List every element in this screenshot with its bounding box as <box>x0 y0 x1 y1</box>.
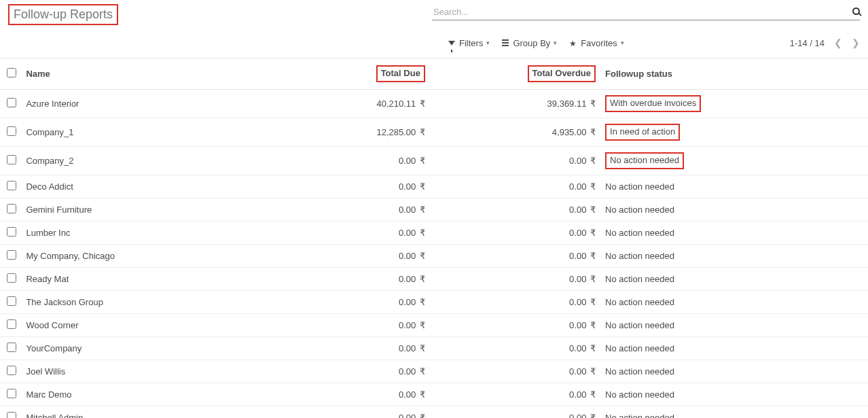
row-checkbox[interactable] <box>7 412 16 418</box>
table-row[interactable]: Deco Addict0.00 ₹0.00 ₹No action needed <box>0 175 868 198</box>
column-header-status[interactable]: Followup status <box>600 58 868 90</box>
funnel-icon <box>448 41 455 46</box>
cell-status: No action needed <box>600 406 868 418</box>
row-checkbox[interactable] <box>7 296 16 306</box>
cell-total-overdue: 0.00 ₹ <box>429 406 600 418</box>
row-checkbox[interactable] <box>7 181 16 190</box>
row-checkbox[interactable] <box>7 343 16 352</box>
cell-total-due: 0.00 ₹ <box>298 146 429 175</box>
cell-status: No action needed <box>600 360 868 383</box>
pager-next-button[interactable]: ❯ <box>852 37 860 48</box>
cell-total-overdue: 0.00 ₹ <box>429 175 600 198</box>
cell-status: No action needed <box>600 244 868 267</box>
column-header-total-overdue[interactable]: Total Overdue <box>429 58 600 90</box>
cell-total-due: 0.00 ₹ <box>298 244 429 267</box>
row-checkbox[interactable] <box>7 250 16 260</box>
pager-text: 1-14 / 14 <box>790 38 825 48</box>
cell-total-overdue: 0.00 ₹ <box>429 198 600 221</box>
cell-total-overdue: 0.00 ₹ <box>429 146 600 175</box>
followup-table: Name Total Due Total Overdue Followup st… <box>0 58 868 418</box>
cell-name: My Company, Chicago <box>23 244 298 267</box>
filters-button[interactable]: Filters ▾ <box>448 38 490 48</box>
row-checkbox[interactable] <box>7 126 16 136</box>
table-row[interactable]: My Company, Chicago0.00 ₹0.00 ₹No action… <box>0 244 868 267</box>
row-checkbox[interactable] <box>7 204 16 213</box>
row-checkbox[interactable] <box>7 273 16 283</box>
cell-name: The Jackson Group <box>23 290 298 313</box>
cell-total-due: 0.00 ₹ <box>298 198 429 221</box>
cell-status: No action needed <box>600 336 868 360</box>
cell-name: Lumber Inc <box>23 221 298 244</box>
cell-name: Deco Addict <box>23 175 298 198</box>
table-row[interactable]: Wood Corner0.00 ₹0.00 ₹No action needed <box>0 313 868 336</box>
cell-total-overdue: 0.00 ₹ <box>429 360 600 383</box>
cell-name: Gemini Furniture <box>23 198 298 221</box>
column-header-name[interactable]: Name <box>23 58 298 90</box>
cell-name: Mitchell Admin <box>23 406 298 418</box>
cell-status: No action needed <box>600 383 868 406</box>
cell-total-overdue: 0.00 ₹ <box>429 290 600 313</box>
table-row[interactable]: YourCompany0.00 ₹0.00 ₹No action needed <box>0 336 868 360</box>
search-icon[interactable] <box>852 5 860 17</box>
groupby-label: Group By <box>513 38 550 48</box>
chevron-down-icon: ▾ <box>554 39 557 46</box>
select-all-checkbox[interactable] <box>7 68 16 77</box>
cell-total-due: 40,210.11 ₹ <box>298 89 429 118</box>
table-row[interactable]: Mitchell Admin0.00 ₹0.00 ₹No action need… <box>0 406 868 418</box>
table-row[interactable]: Azure Interior40,210.11 ₹39,369.11 ₹With… <box>0 89 868 118</box>
cell-name: Ready Mat <box>23 267 298 290</box>
table-row[interactable]: The Jackson Group0.00 ₹0.00 ₹No action n… <box>0 290 868 313</box>
row-checkbox[interactable] <box>7 227 16 237</box>
cell-total-due: 0.00 ₹ <box>298 360 429 383</box>
cell-name: Company_1 <box>23 118 298 146</box>
page-title: Follow-up Reports <box>8 4 118 25</box>
table-row[interactable]: Gemini Furniture0.00 ₹0.00 ₹No action ne… <box>0 198 868 221</box>
row-checkbox[interactable] <box>7 366 16 375</box>
cell-total-overdue: 39,369.11 ₹ <box>429 89 600 118</box>
table-row[interactable]: Company_20.00 ₹0.00 ₹No action needed <box>0 146 868 175</box>
table-row[interactable]: Ready Mat0.00 ₹0.00 ₹No action needed <box>0 267 868 290</box>
cell-status: No action needed <box>600 313 868 336</box>
cell-status: With overdue invoices <box>600 89 868 118</box>
row-checkbox[interactable] <box>7 319 16 329</box>
cell-total-overdue: 0.00 ₹ <box>429 313 600 336</box>
cell-total-overdue: 0.00 ₹ <box>429 336 600 360</box>
table-row[interactable]: Lumber Inc0.00 ₹0.00 ₹No action needed <box>0 221 868 244</box>
row-checkbox[interactable] <box>7 389 16 398</box>
list-icon <box>502 39 509 46</box>
cell-total-overdue: 0.00 ₹ <box>429 244 600 267</box>
cell-total-due: 12,285.00 ₹ <box>298 118 429 146</box>
table-row[interactable]: Joel Willis0.00 ₹0.00 ₹No action needed <box>0 360 868 383</box>
pager-prev-button[interactable]: ❮ <box>834 37 842 48</box>
filters-label: Filters <box>459 38 483 48</box>
table-row[interactable]: Marc Demo0.00 ₹0.00 ₹No action needed <box>0 383 868 406</box>
cell-total-due: 0.00 ₹ <box>298 175 429 198</box>
table-row[interactable]: Company_112,285.00 ₹4,935.00 ₹In need of… <box>0 118 868 146</box>
row-checkbox[interactable] <box>7 155 16 164</box>
cell-name: Marc Demo <box>23 383 298 406</box>
cell-total-due: 0.00 ₹ <box>298 313 429 336</box>
cell-total-overdue: 0.00 ₹ <box>429 267 600 290</box>
row-checkbox[interactable] <box>7 98 16 107</box>
cell-name: Azure Interior <box>23 89 298 118</box>
cell-status: No action needed <box>600 267 868 290</box>
search-bar <box>432 4 860 20</box>
star-icon <box>569 38 578 48</box>
cell-status: No action needed <box>600 146 868 175</box>
cell-total-overdue: 0.00 ₹ <box>429 221 600 244</box>
cell-total-due: 0.00 ₹ <box>298 406 429 418</box>
groupby-button[interactable]: Group By ▾ <box>502 38 557 48</box>
column-header-total-due[interactable]: Total Due <box>298 58 429 90</box>
cell-total-due: 0.00 ₹ <box>298 336 429 360</box>
cell-name: Company_2 <box>23 146 298 175</box>
chevron-down-icon: ▾ <box>486 39 490 46</box>
cell-status: No action needed <box>600 221 868 244</box>
cell-status: No action needed <box>600 175 868 198</box>
cell-total-overdue: 4,935.00 ₹ <box>429 118 600 146</box>
cell-name: Joel Willis <box>23 360 298 383</box>
favorites-button[interactable]: Favorites ▾ <box>569 38 623 48</box>
cell-total-due: 0.00 ₹ <box>298 267 429 290</box>
search-input[interactable] <box>432 4 860 20</box>
cell-status: In need of action <box>600 118 868 146</box>
cell-name: Wood Corner <box>23 313 298 336</box>
